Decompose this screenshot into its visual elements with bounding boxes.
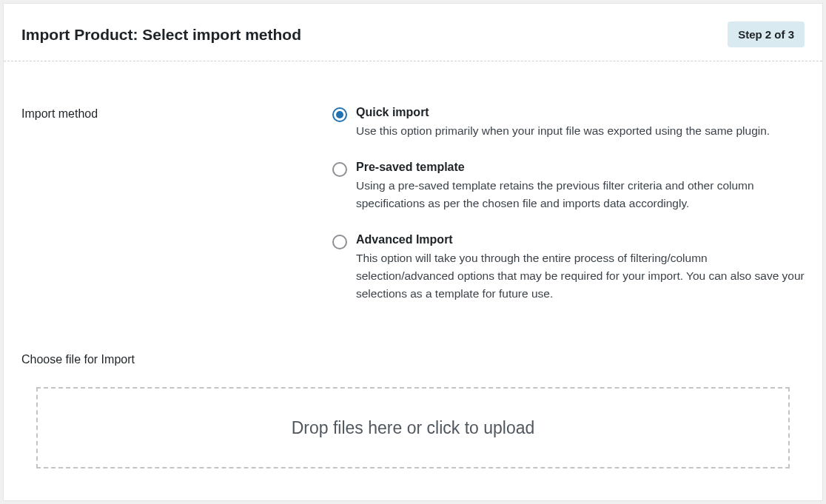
radio-advanced-import[interactable] — [332, 235, 347, 249]
card-header: Import Product: Select import method Ste… — [4, 4, 822, 61]
import-method-row: Import method Quick import Use this opti… — [21, 106, 805, 323]
radio-quick-import[interactable] — [332, 107, 347, 122]
page-title: Import Product: Select import method — [21, 26, 301, 44]
option-title-presaved-template[interactable]: Pre-saved template — [356, 161, 805, 174]
option-title-quick-import[interactable]: Quick import — [356, 106, 805, 119]
import-method-options: Quick import Use this option primarily w… — [332, 106, 805, 323]
option-text: Quick import Use this option primarily w… — [356, 106, 805, 140]
option-text: Pre-saved template Using a pre-saved tem… — [356, 161, 805, 212]
option-desc-quick-import: Use this option primarily when your inpu… — [356, 122, 805, 140]
import-method-label: Import method — [21, 106, 332, 121]
choose-file-label: Choose file for Import — [21, 353, 805, 366]
card-body: Import method Quick import Use this opti… — [4, 61, 822, 486]
option-advanced-import: Advanced Import This option will take yo… — [332, 233, 805, 303]
import-card: Import Product: Select import method Ste… — [3, 3, 823, 501]
radio-presaved-template[interactable] — [332, 162, 347, 177]
dropzone-text: Drop files here or click to upload — [292, 418, 535, 438]
option-presaved-template: Pre-saved template Using a pre-saved tem… — [332, 161, 805, 212]
option-title-advanced-import[interactable]: Advanced Import — [356, 233, 805, 246]
option-desc-advanced-import: This option will take you through the en… — [356, 249, 805, 303]
file-dropzone[interactable]: Drop files here or click to upload — [36, 387, 790, 468]
option-text: Advanced Import This option will take yo… — [356, 233, 805, 303]
step-badge: Step 2 of 3 — [728, 21, 805, 47]
option-quick-import: Quick import Use this option primarily w… — [332, 106, 805, 140]
option-desc-presaved-template: Using a pre-saved template retains the p… — [356, 177, 805, 212]
